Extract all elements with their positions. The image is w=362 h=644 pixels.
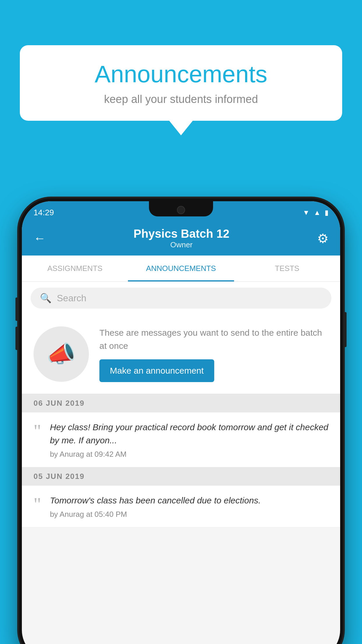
announcement-meta-1: by Anurag at 09:42 AM — [50, 450, 328, 459]
phone-notch — [149, 201, 213, 216]
empty-state-text: These are messages you want to send to t… — [99, 326, 328, 352]
empty-state-content: These are messages you want to send to t… — [99, 326, 328, 382]
app-header: ← Physics Batch 12 Owner ⚙ — [22, 221, 340, 256]
empty-state-card: 📣 These are messages you want to send to… — [22, 314, 340, 394]
header-title: Physics Batch 12 — [133, 227, 229, 240]
speech-bubble-arrow — [169, 120, 193, 135]
speech-bubble-title: Announcements — [37, 60, 325, 88]
settings-icon[interactable]: ⚙ — [317, 231, 328, 246]
speech-bubble-subtitle: keep all your students informed — [37, 93, 325, 106]
announcement-content-2: Tomorrow's class has been cancelled due … — [50, 494, 328, 519]
tabs-bar: ASSIGNMENTS ANNOUNCEMENTS TESTS — [22, 256, 340, 282]
announcement-meta-2: by Anurag at 05:40 PM — [50, 510, 328, 519]
battery-icon: ▮ — [325, 209, 328, 217]
tab-assignments[interactable]: ASSIGNMENTS — [22, 256, 128, 281]
volume-up-button[interactable] — [15, 298, 18, 321]
quote-icon-2: " — [34, 495, 41, 514]
search-input[interactable]: Search — [57, 293, 86, 304]
announcement-text-1: Hey class! Bring your practical record b… — [50, 421, 328, 447]
tab-tests[interactable]: TESTS — [234, 256, 340, 281]
date-divider-2: 05 JUN 2019 — [22, 467, 340, 486]
search-bar-container: 🔍 Search — [22, 282, 340, 314]
status-icons: ▼ ▲ ▮ — [303, 209, 328, 217]
date-divider-1: 06 JUN 2019 — [22, 394, 340, 412]
search-bar[interactable]: 🔍 Search — [31, 288, 331, 309]
announcement-item-1[interactable]: " Hey class! Bring your practical record… — [22, 412, 340, 467]
announcement-text-2: Tomorrow's class has been cancelled due … — [50, 494, 328, 507]
volume-down-button[interactable] — [15, 327, 18, 350]
speech-bubble: Announcements keep all your students inf… — [20, 45, 342, 121]
speech-bubble-section: Announcements keep all your students inf… — [20, 45, 342, 135]
back-button[interactable]: ← — [34, 231, 46, 245]
phone-screen: 14:29 ▼ ▲ ▮ ← Physics Batch 12 Owner ⚙ A… — [22, 201, 340, 644]
header-title-block: Physics Batch 12 Owner — [133, 227, 229, 249]
front-camera — [177, 206, 185, 214]
quote-icon-1: " — [34, 422, 41, 440]
search-icon: 🔍 — [40, 293, 52, 304]
phone-frame: 14:29 ▼ ▲ ▮ ← Physics Batch 12 Owner ⚙ A… — [19, 198, 343, 644]
wifi-icon: ▼ — [303, 209, 310, 217]
empty-icon-circle: 📣 — [34, 326, 89, 382]
make-announcement-button[interactable]: Make an announcement — [99, 359, 214, 382]
announcement-content-1: Hey class! Bring your practical record b… — [50, 421, 328, 459]
power-button[interactable] — [344, 312, 347, 347]
signal-icon: ▲ — [314, 209, 321, 217]
status-time: 14:29 — [34, 208, 54, 217]
announcement-item-2[interactable]: " Tomorrow's class has been cancelled du… — [22, 486, 340, 527]
header-subtitle: Owner — [133, 240, 229, 249]
tab-announcements[interactable]: ANNOUNCEMENTS — [128, 256, 234, 281]
megaphone-icon: 📣 — [47, 340, 76, 368]
